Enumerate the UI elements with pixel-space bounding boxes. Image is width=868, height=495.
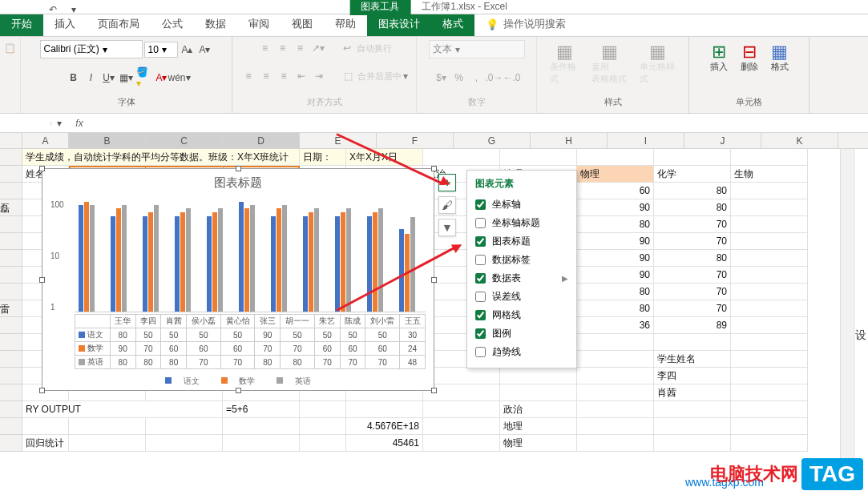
resize-handle[interactable] bbox=[236, 166, 241, 171]
chart-element-option[interactable]: 误差线 bbox=[475, 288, 568, 306]
chart-element-option[interactable]: 数据标签 bbox=[475, 251, 568, 269]
big-number-cell[interactable]: 4.5676E+18 bbox=[346, 418, 423, 435]
col-header-I[interactable]: I bbox=[608, 133, 684, 148]
hdr-sw[interactable]: 生物 bbox=[731, 166, 808, 183]
tab-format[interactable]: 格式 bbox=[431, 12, 474, 36]
shrink-font-icon[interactable]: A▾ bbox=[197, 42, 213, 58]
tab-page-layout[interactable]: 页面布局 bbox=[87, 12, 151, 36]
name-box-dropdown-icon[interactable]: ▾ bbox=[51, 115, 67, 131]
tab-chart-design[interactable]: 图表设计 bbox=[367, 12, 431, 36]
tab-data[interactable]: 数据 bbox=[194, 12, 237, 36]
comma-icon[interactable]: , bbox=[469, 70, 485, 86]
chart-element-option[interactable]: 图表标题 bbox=[475, 232, 568, 251]
tab-help[interactable]: 帮助 bbox=[324, 12, 367, 36]
delete-cells-button[interactable]: ⊟删除 bbox=[734, 40, 765, 76]
checkbox[interactable] bbox=[475, 218, 486, 228]
chart-element-option[interactable]: 坐标轴 bbox=[475, 195, 568, 214]
hdr-hx[interactable]: 化学 bbox=[654, 166, 731, 183]
cell-style-button[interactable]: ▦单元格样式 bbox=[633, 40, 682, 88]
conditional-format-button[interactable]: ▦条件格式 bbox=[543, 40, 585, 88]
checkbox[interactable] bbox=[475, 199, 486, 210]
orientation-icon[interactable]: ↗▾ bbox=[310, 40, 326, 56]
checkbox[interactable] bbox=[475, 273, 486, 284]
checkbox[interactable] bbox=[475, 292, 486, 302]
side-title[interactable]: 学生姓名 bbox=[654, 351, 731, 368]
row-header[interactable] bbox=[0, 149, 22, 166]
merge-icon[interactable]: ⬚ bbox=[340, 68, 356, 84]
increase-decimal-icon[interactable]: .0→ bbox=[486, 70, 503, 86]
side-dl[interactable]: 地理 bbox=[500, 418, 577, 435]
phonetic-button[interactable]: wén▾ bbox=[172, 70, 188, 86]
decrease-decimal-icon[interactable]: ←.0 bbox=[504, 70, 520, 86]
chart-title[interactable]: 图表标题 bbox=[42, 169, 434, 197]
col-header-C[interactable]: C bbox=[146, 133, 223, 148]
indent-dec-icon[interactable]: ⇤ bbox=[293, 68, 309, 84]
chart-element-option[interactable]: 趋势线 bbox=[475, 343, 568, 361]
chart-element-option[interactable]: 数据表▶ bbox=[475, 269, 568, 288]
qat-dropdown-icon[interactable]: ▾ bbox=[66, 2, 82, 18]
formula-cell[interactable]: =5+6 bbox=[223, 401, 300, 418]
checkbox[interactable] bbox=[475, 310, 486, 320]
embedded-chart[interactable]: 图表标题 100 10 1 王华李四肖茜侯小磊黄心怡张三胡一一朱艺陈成刘小雷王五… bbox=[42, 168, 434, 391]
number-format-dropdown[interactable]: 文本▾ bbox=[429, 40, 525, 58]
col-header-H[interactable]: H bbox=[531, 133, 608, 148]
tell-me[interactable]: 💡操作说明搜索 bbox=[474, 12, 577, 36]
format-cells-button[interactable]: ▦格式 bbox=[765, 40, 795, 76]
col-header-E[interactable]: E bbox=[300, 133, 377, 148]
currency-icon[interactable]: $▾ bbox=[434, 70, 450, 86]
italic-button[interactable]: I bbox=[83, 70, 99, 86]
fill-color-button[interactable]: 🪣▾ bbox=[136, 70, 152, 86]
chart-plot-area[interactable]: 100 10 1 bbox=[75, 200, 426, 312]
side-name-1[interactable]: 李四 bbox=[654, 368, 731, 384]
row-header[interactable] bbox=[0, 166, 22, 183]
insert-cells-button[interactable]: ⊞插入 bbox=[704, 40, 734, 76]
tab-formulas[interactable]: 公式 bbox=[151, 12, 194, 36]
col-header-F[interactable]: F bbox=[377, 133, 454, 148]
align-top-icon[interactable]: ≡ bbox=[257, 40, 273, 56]
checkbox[interactable] bbox=[475, 255, 486, 265]
resize-handle[interactable] bbox=[39, 277, 45, 283]
hdr-wl[interactable]: 物理 bbox=[577, 166, 654, 183]
align-center-icon[interactable]: ≡ bbox=[258, 68, 274, 84]
chart-elements-button[interactable]: + bbox=[438, 174, 456, 191]
align-right-icon[interactable]: ≡ bbox=[276, 68, 292, 84]
chart-element-option[interactable]: 图例 bbox=[475, 324, 568, 343]
tab-home[interactable]: 开始 bbox=[0, 12, 43, 36]
resize-handle[interactable] bbox=[236, 388, 241, 393]
col-header-K[interactable]: K bbox=[761, 133, 838, 148]
border-button[interactable]: ▦▾ bbox=[119, 70, 135, 86]
checkbox[interactable] bbox=[475, 347, 486, 357]
col-header-D[interactable]: D bbox=[223, 133, 300, 148]
fx-icon[interactable]: fx bbox=[67, 118, 91, 129]
font-color-button[interactable]: A▾ bbox=[154, 70, 170, 86]
chevron-right-icon[interactable]: ▶ bbox=[562, 274, 568, 283]
regress-label[interactable]: 回归统计 bbox=[22, 435, 69, 452]
chart-element-option[interactable]: 网格线 bbox=[475, 306, 568, 324]
col-header-A[interactable]: A bbox=[22, 133, 69, 148]
side-zz[interactable]: 政治 bbox=[500, 401, 577, 418]
col-header-J[interactable]: J bbox=[684, 133, 761, 148]
summary-output-cell[interactable]: RY OUTPUT bbox=[22, 401, 223, 418]
align-bottom-icon[interactable]: ≡ bbox=[293, 40, 309, 56]
tab-review[interactable]: 审阅 bbox=[237, 12, 281, 36]
select-all-corner[interactable] bbox=[0, 133, 22, 148]
side-name-2[interactable]: 肖茜 bbox=[654, 384, 731, 401]
date-val-cell[interactable]: X年X月X日 bbox=[346, 149, 423, 166]
format-pane-collapsed[interactable]: 设 bbox=[854, 149, 868, 485]
col-header-G[interactable]: G bbox=[454, 133, 531, 148]
side-wl[interactable]: 物理 bbox=[500, 435, 577, 452]
wrap-text-icon[interactable]: ↩ bbox=[339, 40, 355, 56]
underline-button[interactable]: U▾ bbox=[101, 70, 117, 86]
resize-handle[interactable] bbox=[39, 388, 45, 393]
paste-icon[interactable]: 📋 bbox=[2, 40, 18, 56]
resize-handle[interactable] bbox=[431, 277, 437, 283]
align-left-icon[interactable]: ≡ bbox=[240, 68, 256, 84]
vertical-scrollbar[interactable] bbox=[840, 149, 853, 485]
resize-handle[interactable] bbox=[431, 388, 437, 393]
bold-button[interactable]: B bbox=[66, 70, 82, 86]
checkbox[interactable] bbox=[475, 328, 486, 339]
date-label-cell[interactable]: 日期： bbox=[300, 149, 346, 166]
name-box[interactable] bbox=[0, 122, 51, 125]
resize-handle[interactable] bbox=[431, 166, 437, 171]
table-format-button[interactable]: ▦套用 表格格式 bbox=[585, 40, 633, 88]
